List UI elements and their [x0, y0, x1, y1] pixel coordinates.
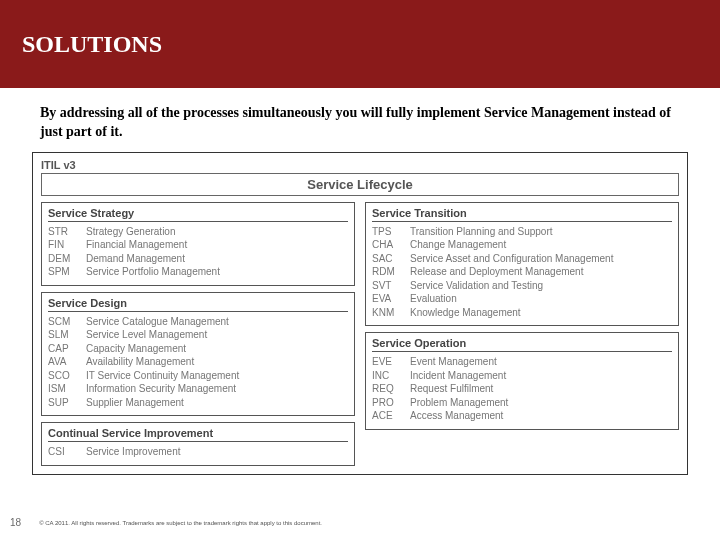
process-desc: Demand Management [86, 252, 348, 266]
process-group: Service TransitionTPSTransition Planning… [365, 202, 679, 327]
group-title: Continual Service Improvement [48, 427, 348, 439]
process-desc: Knowledge Management [410, 306, 672, 320]
process-desc: Information Security Management [86, 382, 348, 396]
group-title: Service Operation [372, 337, 672, 349]
page-title: SOLUTIONS [22, 31, 162, 58]
process-group: Continual Service ImprovementCSIService … [41, 422, 355, 466]
process-row: DEMDemand Management [48, 252, 348, 266]
footer: 18 © CA 2011. All rights reserved. Trade… [10, 517, 322, 528]
process-row: KNMKnowledge Management [372, 306, 672, 320]
group-title: Service Strategy [48, 207, 348, 219]
process-desc: Release and Deployment Management [410, 265, 672, 279]
process-abbr: SCM [48, 315, 86, 329]
process-row: EVAEvaluation [372, 292, 672, 306]
process-row: SCMService Catalogue Management [48, 315, 348, 329]
header-bar: SOLUTIONS [0, 0, 720, 88]
process-abbr: SCO [48, 369, 86, 383]
process-row: FINFinancial Management [48, 238, 348, 252]
divider [372, 351, 672, 352]
process-desc: Problem Management [410, 396, 672, 410]
process-row: INCIncident Management [372, 369, 672, 383]
process-desc: Availability Management [86, 355, 348, 369]
process-desc: Strategy Generation [86, 225, 348, 239]
process-row: SACService Asset and Configuration Manag… [372, 252, 672, 266]
process-desc: Capacity Management [86, 342, 348, 356]
process-abbr: EVE [372, 355, 410, 369]
divider [48, 221, 348, 222]
process-row: SPMService Portfolio Management [48, 265, 348, 279]
lifecycle-title-bar: Service Lifecycle [41, 173, 679, 196]
process-row: CHAChange Management [372, 238, 672, 252]
process-abbr: STR [48, 225, 86, 239]
process-desc: Incident Management [410, 369, 672, 383]
process-desc: Service Portfolio Management [86, 265, 348, 279]
process-desc: Service Asset and Configuration Manageme… [410, 252, 672, 266]
process-row: TPSTransition Planning and Support [372, 225, 672, 239]
process-abbr: EVA [372, 292, 410, 306]
process-abbr: TPS [372, 225, 410, 239]
process-row: RDMRelease and Deployment Management [372, 265, 672, 279]
page-number: 18 [10, 517, 21, 528]
subtitle-text: By addressing all of the processes simul… [0, 88, 720, 152]
process-desc: Transition Planning and Support [410, 225, 672, 239]
process-row: PROProblem Management [372, 396, 672, 410]
diagram-columns: Service StrategySTRStrategy GenerationFI… [41, 202, 679, 466]
process-desc: Event Management [410, 355, 672, 369]
group-title: Service Transition [372, 207, 672, 219]
process-desc: Access Management [410, 409, 672, 423]
process-row: STRStrategy Generation [48, 225, 348, 239]
process-group: Service DesignSCMService Catalogue Manag… [41, 292, 355, 417]
process-row: EVEEvent Management [372, 355, 672, 369]
process-abbr: CAP [48, 342, 86, 356]
process-abbr: SAC [372, 252, 410, 266]
process-abbr: DEM [48, 252, 86, 266]
process-desc: Change Management [410, 238, 672, 252]
process-abbr: KNM [372, 306, 410, 320]
process-abbr: SLM [48, 328, 86, 342]
process-abbr: CHA [372, 238, 410, 252]
process-abbr: ISM [48, 382, 86, 396]
process-abbr: RDM [372, 265, 410, 279]
process-row: CSIService Improvement [48, 445, 348, 459]
left-column: Service StrategySTRStrategy GenerationFI… [41, 202, 355, 466]
process-desc: Request Fulfilment [410, 382, 672, 396]
process-abbr: REQ [372, 382, 410, 396]
process-desc: Supplier Management [86, 396, 348, 410]
right-column: Service TransitionTPSTransition Planning… [365, 202, 679, 466]
copyright-text: © CA 2011. All rights reserved. Trademar… [39, 520, 322, 526]
process-abbr: SUP [48, 396, 86, 410]
process-row: SLMService Level Management [48, 328, 348, 342]
process-group: Service StrategySTRStrategy GenerationFI… [41, 202, 355, 286]
process-desc: Financial Management [86, 238, 348, 252]
process-desc: Evaluation [410, 292, 672, 306]
process-desc: IT Service Continuity Management [86, 369, 348, 383]
process-row: SVTService Validation and Testing [372, 279, 672, 293]
lifecycle-diagram: ITIL v3 Service Lifecycle Service Strate… [32, 152, 688, 475]
process-abbr: CSI [48, 445, 86, 459]
process-row: AVAAvailability Management [48, 355, 348, 369]
process-abbr: AVA [48, 355, 86, 369]
process-abbr: PRO [372, 396, 410, 410]
divider [372, 221, 672, 222]
subtitle-content: By addressing all of the processes simul… [40, 105, 671, 139]
process-row: REQRequest Fulfilment [372, 382, 672, 396]
group-title: Service Design [48, 297, 348, 309]
process-row: ACEAccess Management [372, 409, 672, 423]
divider [48, 441, 348, 442]
process-abbr: INC [372, 369, 410, 383]
process-desc: Service Validation and Testing [410, 279, 672, 293]
process-row: CAPCapacity Management [48, 342, 348, 356]
process-row: ISMInformation Security Management [48, 382, 348, 396]
process-abbr: SVT [372, 279, 410, 293]
process-desc: Service Level Management [86, 328, 348, 342]
process-desc: Service Improvement [86, 445, 348, 459]
process-row: SCOIT Service Continuity Management [48, 369, 348, 383]
framework-label: ITIL v3 [41, 159, 679, 171]
process-row: SUPSupplier Management [48, 396, 348, 410]
process-group: Service OperationEVEEvent ManagementINCI… [365, 332, 679, 430]
divider [48, 311, 348, 312]
process-abbr: FIN [48, 238, 86, 252]
process-abbr: SPM [48, 265, 86, 279]
process-abbr: ACE [372, 409, 410, 423]
process-desc: Service Catalogue Management [86, 315, 348, 329]
